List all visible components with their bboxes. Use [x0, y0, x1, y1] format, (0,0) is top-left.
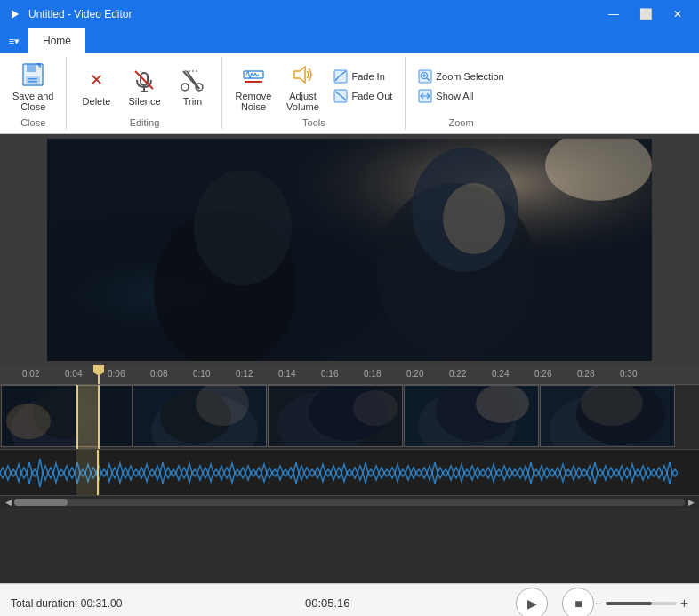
ribbon-content: Save andClose Close Delete [0, 53, 699, 133]
volume-plus-button[interactable]: + [680, 596, 688, 612]
svg-line-23 [257, 75, 259, 76]
audio-track [0, 449, 699, 495]
volume-control: − + [594, 596, 688, 612]
fade-in-button[interactable]: Fade In [328, 68, 398, 85]
trim-button[interactable]: Trim [170, 62, 214, 110]
tab-home[interactable]: Home [28, 28, 85, 53]
video-clip-4[interactable] [404, 385, 539, 447]
close-button[interactable]: ✕ [663, 4, 692, 25]
zoom-group-label: Zoom [413, 116, 509, 130]
svg-point-42 [443, 183, 505, 254]
ruler-mark-002: 0:02 [22, 369, 39, 379]
svg-point-47 [6, 404, 51, 439]
ruler-mark-014: 0:14 [278, 369, 295, 379]
volume-fill [606, 602, 652, 605]
ribbon-group-editing: Delete Silence [67, 57, 222, 130]
editing-group-label: Editing [74, 116, 214, 130]
save-close-label: Save andClose [12, 91, 53, 112]
video-clip-5[interactable] [540, 385, 675, 447]
fade-in-label: Fade In [351, 71, 384, 82]
trim-icon [178, 66, 206, 94]
ruler-mark-006: 0:06 [108, 369, 125, 379]
adjust-volume-button[interactable]: AdjustVolume [280, 57, 325, 116]
save-close-button[interactable]: Save andClose [7, 57, 59, 116]
minimize-button[interactable]: — [599, 4, 628, 25]
ribbon-tabs: ≡▾ Home [0, 28, 699, 53]
ribbon-group-close: Save andClose Close [0, 57, 67, 130]
scroll-left-arrow[interactable]: ◀ [2, 496, 14, 508]
video-clip-2[interactable] [133, 385, 267, 447]
silence-icon [130, 66, 158, 94]
close-group-label: Close [7, 116, 59, 130]
video-clip-3[interactable] [268, 385, 403, 447]
show-all-button[interactable]: Show All [413, 87, 509, 105]
ruler-mark-024: 0:24 [492, 369, 509, 379]
show-all-icon [418, 89, 432, 103]
quick-access-button[interactable]: ≡▾ [0, 28, 28, 53]
volume-slider[interactable] [606, 602, 677, 605]
zoom-selection-icon [418, 69, 432, 84]
stop-button[interactable]: ■ [562, 588, 594, 617]
timeline-ruler: 0:02 0:04 0:06 0:08 0:10 0:12 0:14 0:16 … [0, 365, 699, 385]
tools-group-label: Tools [229, 116, 398, 130]
scroll-right-arrow[interactable]: ▶ [685, 496, 697, 508]
restore-button[interactable]: ⬜ [631, 4, 660, 25]
save-close-icon [19, 60, 47, 89]
svg-line-12 [183, 71, 199, 89]
trim-label: Trim [183, 96, 203, 107]
ruler-mark-016: 0:16 [321, 369, 338, 379]
volume-minus-button[interactable]: − [594, 596, 601, 611]
app-title: Untitled - Video Editor [28, 8, 599, 20]
ruler-mark-020: 0:20 [406, 369, 423, 379]
ribbon: ≡▾ Home [0, 28, 699, 134]
svg-marker-25 [294, 67, 305, 83]
video-clip-1[interactable] [1, 385, 133, 447]
ruler-mark-010: 0:10 [193, 369, 210, 379]
ribbon-group-tools: RemoveNoise AdjustVolume [222, 57, 406, 130]
fade-out-icon [333, 89, 348, 103]
svg-rect-5 [28, 78, 37, 80]
timeline-container: 0:02 0:04 0:06 0:08 0:10 0:12 0:14 0:16 … [0, 365, 699, 583]
svg-point-59 [476, 386, 529, 423]
ruler-mark-004: 0:04 [65, 369, 82, 379]
ribbon-group-zoom: Zoom Selection Show All [406, 57, 516, 130]
svg-point-39 [194, 170, 292, 285]
fade-in-icon [333, 69, 348, 84]
delete-icon [82, 66, 110, 94]
svg-rect-3 [27, 64, 36, 72]
main-content: 0:02 0:04 0:06 0:08 0:10 0:12 0:14 0:16 … [0, 134, 699, 583]
ruler-mark-018: 0:18 [364, 369, 381, 379]
fade-out-button[interactable]: Fade Out [328, 87, 398, 105]
fade-out-label: Fade Out [351, 91, 392, 101]
delete-label: Delete [83, 96, 111, 107]
silence-button[interactable]: Silence [122, 62, 166, 110]
adjust-volume-label: AdjustVolume [286, 91, 319, 112]
remove-noise-button[interactable]: RemoveNoise [229, 57, 277, 116]
svg-line-18 [248, 71, 250, 78]
ruler-mark-030: 0:30 [620, 369, 637, 379]
remove-noise-label: RemoveNoise [235, 91, 271, 112]
status-bar: Total duration: 00:31.00 00:05.16 ▶ ■ − … [0, 583, 699, 616]
svg-rect-6 [28, 81, 37, 83]
scrollbar-track[interactable] [14, 499, 685, 506]
scrollbar-thumb[interactable] [14, 499, 68, 506]
play-button[interactable]: ▶ [516, 588, 548, 617]
ruler-mark-026: 0:26 [534, 369, 551, 379]
zoom-selection-label: Zoom Selection [436, 71, 503, 82]
ruler-mark-028: 0:28 [577, 369, 594, 379]
delete-button[interactable]: Delete [74, 62, 118, 110]
video-preview [47, 139, 652, 361]
svg-rect-66 [76, 450, 100, 495]
selection-highlight [76, 385, 100, 449]
ruler-mark-008: 0:08 [150, 369, 167, 379]
show-all-label: Show All [436, 91, 473, 101]
remove-noise-icon [239, 60, 268, 89]
adjust-volume-icon [288, 60, 317, 89]
svg-rect-4 [26, 76, 40, 84]
window-controls: — ⬜ ✕ [599, 4, 692, 25]
zoom-selection-button[interactable]: Zoom Selection [413, 68, 509, 85]
stop-icon: ■ [574, 596, 582, 611]
video-track [0, 385, 699, 449]
svg-point-55 [353, 390, 398, 426]
ruler-mark-012: 0:12 [236, 369, 253, 379]
